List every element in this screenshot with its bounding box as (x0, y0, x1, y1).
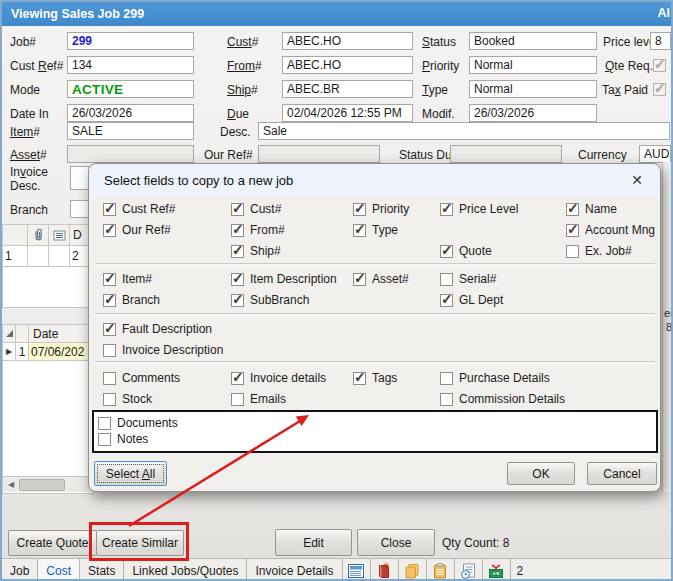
scrollbar-thumb[interactable] (19, 479, 65, 491)
checkmark-icon (103, 372, 116, 385)
group-divider (95, 263, 655, 265)
ship-label: Ship# (227, 83, 258, 97)
checkbox-item[interactable]: Item# (103, 271, 152, 287)
tab-job[interactable]: Job (2, 559, 38, 581)
checkbox-price-level[interactable]: Price Level (440, 201, 518, 217)
date-grid-num-header[interactable] (15, 324, 29, 343)
tab-cost[interactable]: Cost (38, 559, 80, 581)
note-column-header[interactable] (48, 224, 70, 246)
ship-input[interactable]: ABEC.BR (282, 80, 413, 98)
checkbox-our-ref[interactable]: Our Ref# (103, 222, 171, 238)
cancel-button[interactable]: Cancel (587, 462, 657, 485)
checkbox-ship[interactable]: Ship# (231, 243, 281, 259)
status-due-input[interactable] (450, 145, 562, 163)
job-input[interactable]: 299 (67, 32, 194, 50)
checkbox-branch[interactable]: Branch (103, 292, 160, 308)
checkmark-icon (103, 393, 116, 406)
checkbox-ex-job[interactable]: Ex. Job# (566, 243, 632, 259)
timesheet-icon[interactable] (455, 559, 483, 581)
invoice-desc-label: Invoice (10, 165, 48, 179)
copy-jobs-icon[interactable] (399, 559, 427, 581)
clipped-text-fragment: er (664, 307, 673, 319)
close-button[interactable]: Close (357, 529, 435, 556)
date-column-header[interactable]: Date (28, 324, 94, 343)
checkbox-notes[interactable]: Notes (98, 431, 148, 447)
checkmark-icon (353, 273, 366, 286)
due-input[interactable]: 02/04/2026 12:55 PM (282, 104, 413, 122)
cust-input[interactable]: ABEC.HO (282, 32, 413, 50)
tab-stats[interactable]: Stats (80, 559, 124, 581)
date-grid-corner[interactable] (2, 324, 16, 343)
from-input[interactable]: ABEC.HO (282, 56, 413, 74)
checkbox-name[interactable]: Name (566, 201, 617, 217)
current-row-marker-icon: ▶ (2, 342, 16, 361)
our-ref-input[interactable] (258, 145, 380, 163)
checkbox-type[interactable]: Type (353, 222, 398, 238)
gift-money-icon[interactable] (483, 559, 511, 581)
checkbox-commission-details[interactable]: Commission Details (440, 391, 565, 407)
edit-button[interactable]: Edit (275, 529, 352, 556)
qte-req-checkbox[interactable] (653, 57, 666, 73)
checkbox-from[interactable]: From# (231, 222, 285, 238)
checkbox-fault-description[interactable]: Fault Description (103, 321, 212, 337)
date-cell[interactable]: 07/06/202 (28, 342, 94, 361)
scroll-left-arrow-icon[interactable]: ◀ (3, 480, 19, 489)
checkmark-icon (440, 245, 453, 258)
cust-ref-input[interactable]: 134 (67, 56, 194, 74)
checkmark-icon (103, 273, 116, 286)
create-similar-highlight-box (89, 522, 189, 561)
checkbox-account-mng[interactable]: Account Mng (566, 222, 655, 238)
checkmark-icon (231, 294, 244, 307)
attachment-column-header[interactable] (27, 224, 49, 246)
checkbox-gl-dept[interactable]: GL Dept (440, 292, 503, 308)
price-level-input[interactable]: 8 (650, 32, 671, 50)
modif-label: Modif. (422, 107, 455, 121)
checkbox-purchase-details[interactable]: Purchase Details (440, 370, 550, 386)
desc-input[interactable]: Sale (258, 122, 670, 140)
close-icon[interactable]: ✕ (628, 171, 646, 189)
item-input[interactable]: SALE (67, 122, 194, 140)
checkbox-tags[interactable]: Tags (353, 370, 397, 386)
title-bar: Viewing Sales Job 299 Al (2, 2, 671, 26)
currency-input[interactable]: AUD (639, 145, 671, 163)
checkbox-asset[interactable]: Asset# (353, 271, 409, 287)
checkbox-priority[interactable]: Priority (353, 201, 409, 217)
checkbox-quote[interactable]: Quote (440, 243, 492, 259)
grid-h-scrollbar[interactable]: ◀ (3, 476, 93, 492)
checkbox-invoice-description[interactable]: Invoice Description (103, 342, 223, 358)
cost-row-attachment-cell[interactable] (27, 245, 49, 267)
checkbox-item-description[interactable]: Item Description (231, 271, 337, 287)
mode-input[interactable]: ACTIVE (67, 80, 194, 98)
checkbox-invoice-details[interactable]: Invoice details (231, 370, 326, 386)
create-quote-button[interactable]: Create Quote (8, 530, 97, 556)
checkmark-icon (103, 224, 116, 237)
select-all-button[interactable]: Select All (94, 461, 167, 486)
clipboard-icon[interactable] (427, 559, 455, 581)
checkbox-cust-ref[interactable]: Cust Ref# (103, 201, 175, 217)
tab-invoice-details[interactable]: Invoice Details (247, 559, 342, 581)
cost-row-note-cell[interactable] (48, 245, 70, 267)
checkmark-icon (440, 294, 453, 307)
job-book-icon[interactable] (371, 559, 399, 581)
checkbox-subbranch[interactable]: SubBranch (231, 292, 309, 308)
ok-button[interactable]: OK (507, 462, 575, 485)
checkbox-cust[interactable]: Cust# (231, 201, 281, 217)
invoice-details-icon[interactable] (343, 559, 371, 581)
asset-input[interactable] (67, 145, 194, 163)
tax-paid-checkbox[interactable] (653, 81, 666, 97)
type-input[interactable]: Normal (469, 80, 597, 98)
checkmark-icon (103, 294, 116, 307)
checkbox-documents[interactable]: Documents (98, 415, 178, 431)
checkbox-comments[interactable]: Comments (103, 370, 180, 386)
checkbox-stock[interactable]: Stock (103, 391, 152, 407)
bottom-tab-bar: Job Cost Stats Linked Jobs/Quotes Invoic… (2, 558, 673, 581)
tab-linked-jobs-quotes[interactable]: Linked Jobs/Quotes (124, 559, 247, 581)
modif-input[interactable]: 26/03/2026 (469, 104, 597, 122)
status-input[interactable]: Booked (469, 32, 597, 50)
checkbox-emails[interactable]: Emails (231, 391, 286, 407)
date-in-input[interactable]: 26/03/2026 (67, 104, 194, 122)
checkmark-icon (231, 372, 244, 385)
checkbox-serial[interactable]: Serial# (440, 271, 496, 287)
priority-input[interactable]: Normal (469, 56, 597, 74)
from-label: From# (227, 59, 262, 73)
